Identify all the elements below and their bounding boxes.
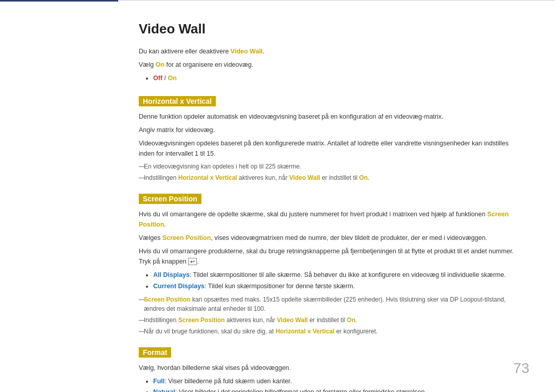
main-content: Video Wall Du kan aktivere eller deaktiv… (118, 0, 555, 392)
section1-para3: Videovægvisningen opdeles baseret på den… (139, 138, 524, 159)
page-title: Video Wall (139, 21, 524, 37)
section3-bullet-list: Full: Viser billederne på fuld skærm ude… (153, 376, 524, 392)
section2-bullet2: Current Displays: Tildel kun skærmpositi… (153, 281, 524, 292)
intro-bullet-list: Off / On (153, 73, 524, 84)
section1-para1: Denne funktion opdeler automatisk en vid… (139, 111, 524, 122)
section3-bullet2: Natural: Viser billeder i det oprindelig… (153, 387, 524, 392)
intro-video-wall-link: Video Wall (231, 48, 263, 55)
section2-note1: Screen Position kan opsættes med maks. 1… (139, 295, 524, 313)
section1-para2: Angiv matrix for videovæg. (139, 125, 524, 135)
section2-para1: Hvis du vil omarrangere de opdelte skærm… (139, 209, 524, 230)
section2-para2: Vælges Screen Position, vises videovægma… (139, 233, 524, 243)
section2-para3: Hvis du vil omarrangere produkterne, ska… (139, 246, 524, 267)
sidebar (0, 0, 118, 392)
intro-line1-text: Du kan aktivere eller deaktivere (139, 48, 231, 55)
intro-on-link: On (156, 61, 164, 68)
intro-line1: Du kan aktivere eller deaktivere Video W… (139, 46, 524, 57)
section1-note2: Indstillingen Horizontal x Vertical akti… (139, 173, 524, 182)
section2-bullet-list: All Displays: Tildel skærmpositioner til… (153, 270, 524, 292)
section3-bullet1: Full: Viser billederne på fuld skærm ude… (153, 376, 524, 387)
section1-note1: En videovægvisning kan opdeles i helt op… (139, 162, 524, 171)
section2-bullet1: All Displays: Tildel skærmpositioner til… (153, 270, 524, 281)
intro-bullet-off-on: Off / On (153, 73, 524, 84)
section2-note2: Indstillingen Screen Position aktiveres … (139, 315, 524, 325)
section2-note3: Når du vil bruge funktionen, skal du sik… (139, 327, 524, 336)
section1-heading: Horizontal x Vertical (139, 96, 216, 106)
page-number: 73 (513, 360, 529, 377)
intro-line2: Vælg On for at organisere en videovæg. (139, 60, 524, 70)
section2-heading: Screen Position (139, 194, 201, 204)
section3-heading: Format (139, 347, 171, 358)
section3-para1: Vælg, hvordan billederne skal vises på v… (139, 363, 524, 373)
